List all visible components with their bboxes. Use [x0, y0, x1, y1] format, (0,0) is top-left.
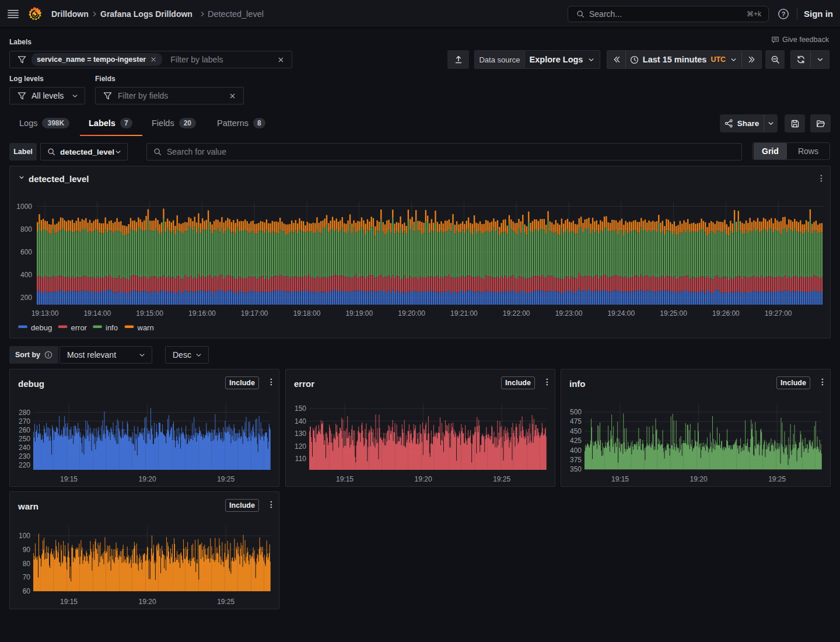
svg-text:19:20:00: 19:20:00	[398, 309, 425, 317]
svg-text:200: 200	[20, 294, 32, 302]
svg-text:350: 350	[570, 465, 582, 473]
svg-text:19:16:00: 19:16:00	[188, 309, 216, 317]
svg-text:80: 80	[23, 560, 31, 568]
svg-text:19:25: 19:25	[217, 598, 235, 606]
svg-text:60: 60	[23, 587, 31, 595]
svg-text:280: 280	[19, 409, 30, 417]
svg-text:500: 500	[570, 408, 582, 416]
svg-text:19:20: 19:20	[415, 475, 432, 483]
svg-text:19:25:00: 19:25:00	[660, 309, 687, 317]
svg-text:19:25: 19:25	[217, 475, 235, 483]
svg-text:375: 375	[570, 456, 582, 464]
svg-text:error: error	[71, 323, 88, 332]
svg-text:19:20: 19:20	[690, 475, 708, 483]
svg-text:19:15: 19:15	[60, 475, 78, 483]
svg-text:warn: warn	[137, 323, 154, 332]
svg-text:400: 400	[20, 271, 32, 279]
svg-text:info: info	[106, 323, 118, 332]
svg-text:425: 425	[570, 437, 582, 445]
svg-text:450: 450	[570, 427, 582, 435]
svg-text:600: 600	[20, 248, 32, 256]
svg-text:240: 240	[19, 444, 30, 452]
svg-text:19:25: 19:25	[493, 475, 510, 483]
svg-text:100: 100	[19, 532, 30, 540]
svg-text:19:14:00: 19:14:00	[83, 309, 111, 317]
svg-text:debug: debug	[31, 323, 52, 332]
svg-text:19:15:00: 19:15:00	[136, 309, 163, 317]
svg-text:150: 150	[295, 404, 306, 413]
svg-text:19:22:00: 19:22:00	[503, 309, 530, 317]
svg-text:19:15: 19:15	[611, 475, 629, 483]
svg-text:140: 140	[295, 417, 306, 425]
svg-text:19:26:00: 19:26:00	[712, 309, 740, 317]
svg-text:250: 250	[19, 435, 30, 443]
svg-text:70: 70	[23, 573, 31, 581]
svg-text:260: 260	[19, 426, 30, 434]
svg-text:270: 270	[19, 417, 30, 425]
svg-text:19:13:00: 19:13:00	[32, 309, 59, 317]
svg-text:475: 475	[570, 417, 582, 425]
svg-text:110: 110	[295, 455, 306, 463]
svg-text:220: 220	[19, 461, 30, 469]
svg-text:19:25: 19:25	[768, 475, 786, 483]
svg-text:19:21:00: 19:21:00	[450, 309, 478, 317]
svg-text:1000: 1000	[16, 203, 32, 211]
svg-text:19:19:00: 19:19:00	[345, 309, 373, 317]
svg-text:19:23:00: 19:23:00	[555, 309, 583, 317]
svg-text:19:17:00: 19:17:00	[241, 309, 268, 317]
svg-text:130: 130	[295, 430, 306, 438]
svg-text:19:27:00: 19:27:00	[765, 309, 792, 317]
svg-text:800: 800	[20, 225, 32, 233]
svg-text:90: 90	[23, 546, 31, 554]
svg-text:19:15: 19:15	[60, 598, 78, 606]
svg-text:19:18:00: 19:18:00	[293, 309, 321, 317]
svg-text:19:15: 19:15	[336, 475, 354, 483]
svg-text:19:24:00: 19:24:00	[607, 309, 635, 317]
svg-text:?: ?	[782, 11, 786, 18]
svg-text:400: 400	[570, 446, 582, 455]
svg-text:120: 120	[295, 442, 306, 451]
svg-text:19:20: 19:20	[139, 598, 156, 606]
svg-text:230: 230	[19, 452, 30, 460]
svg-text:19:20: 19:20	[139, 475, 156, 483]
